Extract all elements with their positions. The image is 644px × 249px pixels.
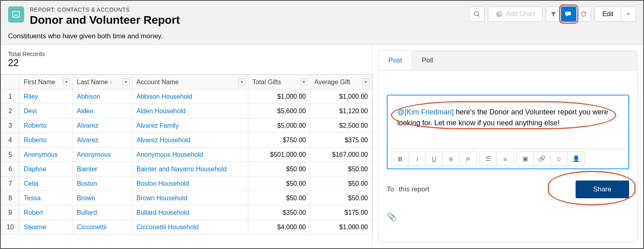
first-name-link[interactable]: Robert [24,209,43,216]
share-button[interactable]: Share [576,181,629,198]
svg-rect-2 [16,13,17,16]
bold-button[interactable]: B [392,152,409,166]
edit-button[interactable]: Edit [594,6,621,22]
row-number: 8 [1,191,20,205]
last-name-link[interactable]: Anonymous [77,151,111,158]
cell-first-name: Anonymous [20,147,73,162]
refresh-button[interactable] [576,6,591,22]
table-row: 7CeliaBostonBoston Household$50.00$50.00 [1,176,372,191]
cell-first-name: Roberto [20,118,73,133]
edit-menu-button[interactable] [621,6,636,22]
account-link[interactable]: Alden Household [136,108,186,114]
report-header: REPORT: CONTACTS & ACCOUNTS Donor and Vo… [1,1,643,45]
account-link[interactable]: Boston Household [136,180,189,187]
account-link[interactable]: Alvarez Household [136,137,190,143]
last-name-link[interactable]: Alvarez [77,122,98,129]
cell-account: Cicconettii Household [132,220,248,234]
table-row: 5AnonymousAnonymousAnonymous Household$5… [1,147,372,162]
last-name-link[interactable]: Abbison [77,93,100,100]
cell-last-name: Bainter [73,162,132,176]
image-button[interactable]: ▣ [517,152,534,166]
mention[interactable]: @[Kim Friedman] [397,108,454,116]
cell-avg: $375.00 [310,133,372,147]
svg-point-4 [475,11,479,16]
last-name-link[interactable]: Bainter [77,166,97,172]
cell-avg: $1,120.00 [310,104,372,118]
search-button[interactable] [469,6,485,22]
link-button[interactable]: 🔗 [534,152,551,166]
first-name-link[interactable]: Stearne [24,224,46,230]
tab-poll[interactable]: Poll [412,51,443,70]
cell-account: Bullard Household [132,205,248,220]
mention-button[interactable]: 👤 [568,152,584,166]
underline-button[interactable]: U [426,152,443,166]
chevron-down-icon[interactable]: ▼ [238,79,246,86]
last-name-link[interactable]: Bullard [77,209,97,216]
cell-avg: $175.00 [310,205,372,220]
last-name-link[interactable]: Cicconettii [77,224,107,230]
strike-button[interactable]: S [443,152,460,166]
col-first-name[interactable]: First Name▼ [20,75,73,89]
report-title: Donor and Volunteer Report [30,14,180,27]
svg-rect-1 [14,15,15,17]
cell-avg: $50.00 [310,191,372,205]
last-name-link[interactable]: Boston [77,180,97,187]
cell-avg: $50.00 [310,176,372,191]
collaborate-button[interactable] [561,6,576,22]
tab-post[interactable]: Post [379,51,412,70]
first-name-link[interactable]: Roberto [24,122,47,129]
chevron-down-icon[interactable]: ▼ [362,79,369,86]
add-chart-button[interactable]: Add Chart [488,6,543,22]
col-account-name[interactable]: Account Name▼ [132,75,248,89]
row-number: 7 [1,176,20,191]
cell-account: Anonymous Household [132,147,248,162]
first-name-link[interactable]: Tessa [24,195,41,201]
cell-last-name: Boston [73,176,132,191]
filter-button[interactable] [546,6,561,22]
emoji-button[interactable]: ☺ [551,152,568,166]
account-link[interactable]: Anonymous Household [136,151,203,158]
row-number: 1 [1,89,20,104]
col-last-name[interactable]: Last Name↑▼ [73,75,132,89]
chevron-down-icon[interactable]: ▼ [122,79,130,86]
attach-icon[interactable]: 📎 [387,212,397,222]
to-value: this report [399,185,429,193]
account-link[interactable]: Bainter and Navarro Household [136,166,227,172]
cell-avg: $50.00 [310,162,372,176]
table-row: 3RobertoAlvarezAlvarez Family$5,000.00$2… [1,118,372,133]
first-name-link[interactable]: Daphne [24,166,46,172]
account-link[interactable]: Abbison Household [136,93,192,100]
last-name-link[interactable]: Alden [77,108,93,114]
account-link[interactable]: Bullard Household [136,209,189,216]
account-link[interactable]: Cicconettii Household [136,224,199,230]
report-table: First Name▼ Last Name↑▼ Account Name▼ To… [1,75,372,234]
number-list-button[interactable]: ≡ [497,152,514,166]
chevron-down-icon[interactable]: ▼ [300,79,308,86]
first-name-link[interactable]: Devi [24,108,37,114]
post-textarea[interactable]: @[Kim Friedman] here's the Donor and Vol… [388,95,628,149]
last-name-link[interactable]: Brown [77,195,95,201]
first-name-link[interactable]: Anonymous [24,151,58,158]
last-name-link[interactable]: Alvarez [77,137,98,143]
clear-format-button[interactable]: Ix [460,152,477,166]
first-name-link[interactable]: Roberto [24,137,47,143]
bullet-list-button[interactable]: ☰ [480,152,497,166]
row-number: 9 [1,205,20,220]
first-name-link[interactable]: Celia [24,180,38,187]
cell-account: Alden Household [132,104,248,118]
chevron-down-icon[interactable]: ▼ [63,79,70,86]
col-total-gifts[interactable]: Total Gifts▼ [248,75,310,89]
row-number: 4 [1,133,20,147]
first-name-link[interactable]: Riley [24,93,38,100]
cell-total: $750.00 [248,133,310,147]
cell-account: Brown Household [132,191,248,205]
account-link[interactable]: Alvarez Family [136,122,179,129]
account-link[interactable]: Brown Household [136,195,187,201]
italic-button[interactable]: I [409,152,426,166]
cell-last-name: Bullard [73,205,132,220]
cell-total: $350.00 [248,205,310,220]
col-average-gift[interactable]: Average Gift▼ [310,75,372,89]
cell-last-name: Alvarez [73,133,132,147]
svg-line-5 [478,15,480,17]
row-number: 2 [1,104,20,118]
